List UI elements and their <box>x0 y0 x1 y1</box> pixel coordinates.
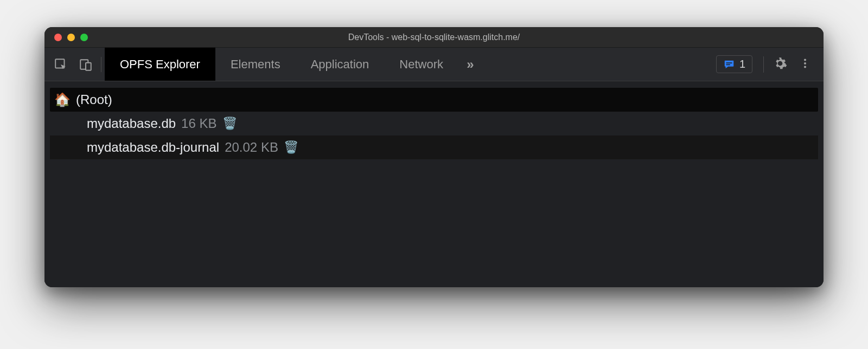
issues-button[interactable]: 1 <box>716 55 752 73</box>
tab-label: Elements <box>231 57 280 72</box>
trash-icon[interactable]: 🗑️ <box>284 140 298 154</box>
chat-icon <box>723 59 735 70</box>
toolbar-separator <box>763 56 764 73</box>
inspect-element-icon[interactable] <box>50 54 72 75</box>
chevron-double-right-icon: » <box>467 57 474 72</box>
svg-rect-3 <box>726 62 732 63</box>
more-tabs-button[interactable]: » <box>458 57 482 72</box>
tab-application[interactable]: Application <box>296 48 385 81</box>
close-window-button[interactable] <box>54 34 62 41</box>
tab-label: OPFS Explorer <box>120 57 200 72</box>
toolbar-separator <box>101 57 101 72</box>
file-size: 20.02 KB <box>225 140 278 155</box>
file-row[interactable]: mydatabase.db-journal 20.02 KB 🗑️ <box>50 135 818 159</box>
trash-icon[interactable]: 🗑️ <box>222 117 237 131</box>
file-name: mydatabase.db-journal <box>87 140 219 155</box>
devtools-window: DevTools - web-sql-to-sqlite-wasm.glitch… <box>44 27 824 287</box>
root-label: (Root) <box>76 92 112 107</box>
titlebar: DevTools - web-sql-to-sqlite-wasm.glitch… <box>44 27 824 48</box>
svg-point-7 <box>804 66 806 68</box>
more-options-button[interactable] <box>794 54 816 75</box>
home-icon: 🏠 <box>54 92 71 107</box>
tab-elements[interactable]: Elements <box>215 48 296 81</box>
settings-button[interactable] <box>769 54 791 75</box>
window-title: DevTools - web-sql-to-sqlite-wasm.glitch… <box>44 33 824 42</box>
traffic-lights <box>44 34 88 41</box>
kebab-icon <box>799 57 811 72</box>
opfs-explorer-panel: 🏠 (Root) mydatabase.db 16 KB 🗑️ mydataba… <box>44 81 824 287</box>
tab-label: Network <box>399 57 443 72</box>
issues-count: 1 <box>739 58 745 70</box>
gear-icon <box>773 56 787 73</box>
tab-label: Application <box>311 57 369 72</box>
panel-tabs: OPFS Explorer Elements Application Netwo… <box>105 48 458 81</box>
file-name: mydatabase.db <box>87 116 176 131</box>
devtools-toolbar: OPFS Explorer Elements Application Netwo… <box>44 48 824 81</box>
svg-rect-2 <box>86 62 91 70</box>
svg-rect-4 <box>726 64 730 65</box>
tab-network[interactable]: Network <box>384 48 458 81</box>
device-toolbar-icon[interactable] <box>75 54 97 75</box>
file-row[interactable]: mydatabase.db 16 KB 🗑️ <box>50 112 818 135</box>
tab-opfs-explorer[interactable]: OPFS Explorer <box>105 48 215 81</box>
file-size: 16 KB <box>181 116 216 131</box>
tree-root-row[interactable]: 🏠 (Root) <box>50 88 818 112</box>
maximize-window-button[interactable] <box>80 34 88 41</box>
svg-point-6 <box>804 62 806 64</box>
svg-point-5 <box>804 59 806 61</box>
minimize-window-button[interactable] <box>67 34 75 41</box>
